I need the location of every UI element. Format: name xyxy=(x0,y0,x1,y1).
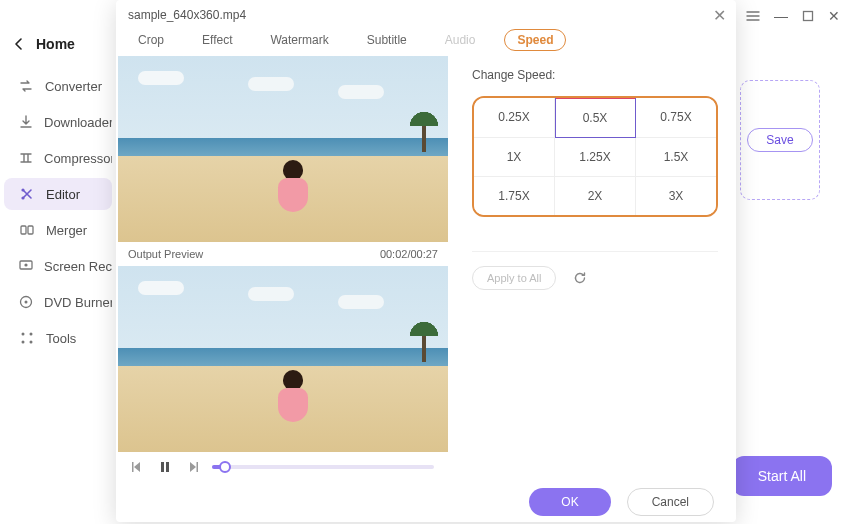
next-frame-button[interactable] xyxy=(184,458,202,476)
preview-time: 00:02/00:27 xyxy=(380,248,438,260)
speed-option[interactable]: 1.25X xyxy=(555,138,636,177)
svg-rect-4 xyxy=(28,226,33,234)
sidebar-item-tools[interactable]: Tools xyxy=(4,322,112,354)
cancel-button[interactable]: Cancel xyxy=(627,488,714,516)
minimize-button[interactable]: — xyxy=(774,8,788,24)
sidebar-item-dvd-burner[interactable]: DVD Burner xyxy=(4,286,112,318)
home-label: Home xyxy=(36,36,75,52)
sidebar-item-editor[interactable]: Editor xyxy=(4,178,112,210)
svg-point-9 xyxy=(22,333,25,336)
svg-point-10 xyxy=(30,333,33,336)
sidebar-item-label: Editor xyxy=(46,187,80,202)
sidebar-item-label: Downloader xyxy=(44,115,112,130)
change-speed-label: Change Speed: xyxy=(472,68,718,82)
svg-point-1 xyxy=(21,188,24,191)
sidebar-item-label: Compressor xyxy=(44,151,112,166)
speed-option[interactable]: 1.5X xyxy=(636,138,716,177)
svg-point-11 xyxy=(22,341,25,344)
speed-option[interactable]: 0.25X xyxy=(474,98,555,138)
dvd-burner-icon xyxy=(18,293,34,311)
svg-point-8 xyxy=(25,301,28,304)
source-preview xyxy=(118,56,448,242)
sidebar-item-label: Screen Record xyxy=(44,259,112,274)
playhead-slider[interactable] xyxy=(212,465,434,469)
merger-icon xyxy=(18,221,36,239)
speed-option[interactable]: 0.75X xyxy=(636,98,716,138)
tab-effect[interactable]: Effect xyxy=(194,30,240,50)
svg-rect-13 xyxy=(132,462,134,472)
svg-point-6 xyxy=(24,263,27,266)
speed-option[interactable]: 1.75X xyxy=(474,177,555,215)
pause-button[interactable] xyxy=(156,458,174,476)
tab-speed[interactable]: Speed xyxy=(505,30,565,50)
dialog-close-button[interactable]: ✕ xyxy=(713,6,726,25)
converter-icon xyxy=(18,77,35,95)
save-panel: Save xyxy=(740,80,820,200)
save-button[interactable]: Save xyxy=(747,128,812,152)
close-window-button[interactable]: ✕ xyxy=(828,8,840,24)
editor-icon xyxy=(18,185,36,203)
back-icon[interactable] xyxy=(14,38,24,50)
reset-icon[interactable] xyxy=(572,270,588,286)
speed-grid: 0.25X 0.5X 0.75X 1X 1.25X 1.5X 1.75X 2X … xyxy=(472,96,718,217)
editor-dialog: sample_640x360.mp4 ✕ Crop Effect Waterma… xyxy=(116,0,736,522)
speed-option[interactable]: 3X xyxy=(636,177,716,215)
maximize-button[interactable] xyxy=(802,10,814,22)
sidebar-item-label: Tools xyxy=(46,331,76,346)
dialog-tabs: Crop Effect Watermark Subtitle Audio Spe… xyxy=(116,26,736,58)
tab-audio: Audio xyxy=(437,30,484,50)
downloader-icon xyxy=(18,113,34,131)
speed-option[interactable]: 0.5X xyxy=(555,97,636,138)
tab-watermark[interactable]: Watermark xyxy=(262,30,336,50)
speed-option[interactable]: 1X xyxy=(474,138,555,177)
speed-option[interactable]: 2X xyxy=(555,177,636,215)
output-preview xyxy=(118,266,448,452)
sidebar-item-merger[interactable]: Merger xyxy=(4,214,112,246)
home-row[interactable]: Home xyxy=(0,30,116,70)
output-preview-label: Output Preview xyxy=(128,248,203,260)
compressor-icon xyxy=(18,149,34,167)
svg-rect-14 xyxy=(161,462,164,472)
svg-rect-3 xyxy=(21,226,26,234)
sidebar-item-screen-recorder[interactable]: Screen Record xyxy=(4,250,112,282)
svg-rect-0 xyxy=(804,12,813,21)
tools-icon xyxy=(18,329,36,347)
sidebar-item-converter[interactable]: Converter xyxy=(4,70,112,102)
sidebar-item-label: Merger xyxy=(46,223,87,238)
sidebar-item-downloader[interactable]: Downloader xyxy=(4,106,112,138)
sidebar: Home Converter Downloader Compressor Edi… xyxy=(0,0,116,524)
menu-icon[interactable] xyxy=(746,9,760,23)
dialog-title: sample_640x360.mp4 xyxy=(116,0,736,26)
svg-point-2 xyxy=(21,196,24,199)
svg-rect-16 xyxy=(197,462,199,472)
sidebar-item-label: DVD Burner xyxy=(44,295,112,310)
sidebar-item-compressor[interactable]: Compressor xyxy=(4,142,112,174)
start-all-button[interactable]: Start All xyxy=(732,456,832,496)
svg-point-12 xyxy=(30,341,33,344)
tab-subtitle[interactable]: Subtitle xyxy=(359,30,415,50)
apply-to-all-button[interactable]: Apply to All xyxy=(472,266,556,290)
sidebar-item-label: Converter xyxy=(45,79,102,94)
tab-crop[interactable]: Crop xyxy=(130,30,172,50)
svg-rect-15 xyxy=(166,462,169,472)
screen-recorder-icon xyxy=(18,257,34,275)
prev-frame-button[interactable] xyxy=(128,458,146,476)
ok-button[interactable]: OK xyxy=(529,488,610,516)
